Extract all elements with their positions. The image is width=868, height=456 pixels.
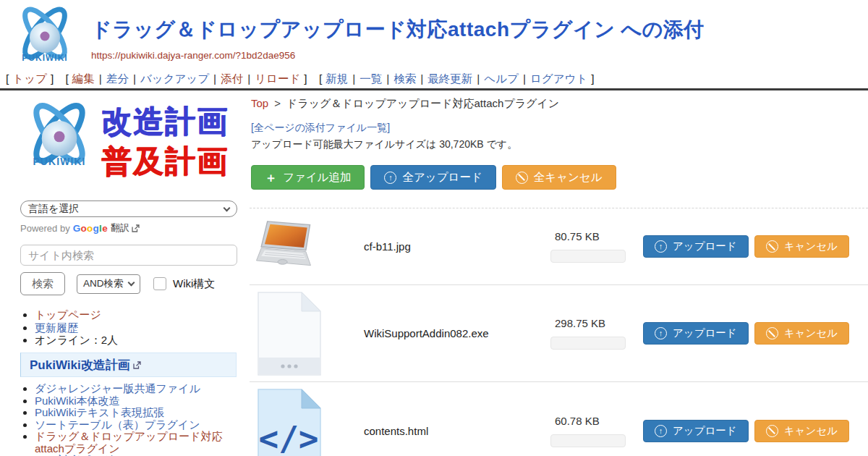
banner-line1: 改造計画 <box>101 101 229 141</box>
banner-slogan: 改造計画 普及計画 <box>101 101 229 181</box>
cancel-all-button[interactable]: 全キャンセル <box>502 165 616 190</box>
nav-attach[interactable]: 添付 <box>221 72 243 85</box>
upload-icon: ↑ <box>655 240 667 253</box>
search-mode-value: AND検索 <box>83 277 124 290</box>
pukiwiki-page: PUKIWIKI ドラッグ＆ドロップアップロード対応attachプラグイン への… <box>0 0 868 456</box>
list-item: オンライン：2人 <box>35 334 118 347</box>
cancel-button[interactable]: キャンセル <box>754 235 849 258</box>
page-url-link[interactable]: https://pukiwiki.dajya-ranger.com/?1bd2d… <box>91 50 705 61</box>
google-logo: Google <box>73 223 108 234</box>
add-file-button[interactable]: ＋ ファイル追加 <box>251 165 365 190</box>
sidebar-item-top-page[interactable]: トップページ <box>35 308 101 321</box>
upload-button[interactable]: ↑ アップロード <box>643 235 749 258</box>
cancel-label: キャンセル <box>784 240 838 253</box>
all-attachments-link[interactable]: [全ページの添付ファイル一覧] <box>251 122 390 135</box>
nav-recent[interactable]: 最終更新 <box>427 72 472 85</box>
cancel-button[interactable]: キャンセル <box>754 322 849 345</box>
table-row: WikiSupportAddin082.exe 298.75 KB ↑ アップロ… <box>250 285 868 382</box>
language-select[interactable]: 言語を選択 <box>20 200 237 217</box>
online-count: オンライン：2人 <box>35 334 118 346</box>
plus-icon: ＋ <box>265 172 277 184</box>
list-item: ダジャレンジャー版共通ファイル <box>35 383 240 395</box>
sidebar-item-common-files[interactable]: ダジャレンジャー版共通ファイル <box>35 382 200 394</box>
nav-top[interactable]: トップ <box>12 72 47 85</box>
upload-progress-bar <box>550 250 626 263</box>
external-link-icon <box>132 224 140 232</box>
row-actions: ↑ アップロード キャンセル <box>643 322 849 345</box>
header-text: ドラッグ＆ドロップアップロード対応attachプラグイン への添付 https:… <box>91 16 705 61</box>
file-name: WikiSupportAddin082.exe <box>364 327 545 339</box>
pukiwiki-banner-logo: PUKIWIKI <box>17 100 101 175</box>
file-thumbnail-cell <box>255 220 364 274</box>
sidebar-banner-link[interactable]: PUKIWIKI 改造計画 普及計画 <box>17 100 242 187</box>
bracket: [ <box>6 72 9 85</box>
banner-line2: 普及計画 <box>101 141 229 181</box>
nav-group-site: [新規|一覧|検索|最終更新|ヘルプ|ログアウト] <box>319 72 595 85</box>
nav-logout[interactable]: ログアウト <box>530 72 587 85</box>
upload-button[interactable]: ↑ アップロード <box>643 322 749 345</box>
nav-backup[interactable]: バックアップ <box>140 72 209 85</box>
logo-wordmark: PUKIWIKI <box>22 53 67 63</box>
breadcrumb-home[interactable]: Top <box>251 97 268 109</box>
cancel-label: キャンセル <box>784 326 838 340</box>
upload-file-list: cf-b11.jpg 80.75 KB ↑ アップロード キャンセル <box>250 208 868 456</box>
generic-file-icon <box>255 291 323 376</box>
cancel-icon <box>766 327 778 339</box>
search-controls: 検索 AND検索 Wiki構文 <box>20 272 215 295</box>
separator: | <box>247 72 250 85</box>
search-mode-select[interactable]: AND検索 <box>77 274 140 294</box>
upload-toolbar: ＋ ファイル追加 ↑ 全アップロード 全キャンセル <box>251 165 616 190</box>
section-heading-label: PukiWiki改造計画 <box>30 357 130 373</box>
upload-icon: ↑ <box>655 425 667 437</box>
upload-all-button[interactable]: ↑ 全アップロード <box>370 165 495 190</box>
max-upload-size-text: アップロード可能最大ファイルサイズは 30,720KB です。 <box>251 138 517 151</box>
wiki-syntax-checkbox[interactable] <box>153 277 166 290</box>
cancel-button[interactable]: キャンセル <box>754 420 849 442</box>
sidebar-links-list: ダジャレンジャー版共通ファイル PukiWiki本体改造 PukiWikiテキス… <box>23 383 240 456</box>
breadcrumb-separator: > <box>274 97 281 109</box>
nav-new[interactable]: 新規 <box>326 72 348 85</box>
nav-list[interactable]: 一覧 <box>359 72 382 85</box>
list-item: PukiWiki本体改造 <box>35 395 240 408</box>
nav-help[interactable]: ヘルプ <box>484 72 519 85</box>
nav-diff[interactable]: 差分 <box>106 72 129 85</box>
table-row: cf-b11.jpg 80.75 KB ↑ アップロード キャンセル <box>250 208 868 285</box>
translate-link[interactable]: 翻訳 <box>111 221 140 235</box>
nav-group-top: [トップ] <box>6 72 54 85</box>
list-item: ドラッグ＆ドロップアップロード対応attachプラグイン <box>35 431 240 455</box>
search-button[interactable]: 検索 <box>20 272 65 295</box>
file-name: cf-b11.jpg <box>364 240 545 253</box>
sidebar-item-dnd-attach[interactable]: ドラッグ＆ドロップアップロード対応attachプラグイン <box>35 430 223 455</box>
language-select-value: 言語を選択 <box>28 203 79 216</box>
file-name: contents.html <box>364 425 545 437</box>
nav-edit[interactable]: 編集 <box>72 72 95 85</box>
sidebar-item-recent-changes[interactable]: 更新履歴 <box>35 321 78 334</box>
chevron-down-icon <box>128 279 135 287</box>
upload-label: アップロード <box>673 424 737 438</box>
site-search-input[interactable] <box>20 245 237 266</box>
nav-reload[interactable]: リロード <box>255 72 300 85</box>
separator: | <box>213 72 216 85</box>
translate-label: 翻訳 <box>111 221 129 235</box>
bracket: [ <box>66 72 69 85</box>
html-file-icon: </> <box>255 388 323 456</box>
wiki-syntax-label: Wiki構文 <box>173 277 215 291</box>
main-content: Top>ドラッグ＆ドロップアップロード対応attachプラグイン [全ページの添… <box>250 90 868 456</box>
sidebar: PUKIWIKI 改造計画 普及計画 言語を選択 Powered by Goog… <box>0 90 250 456</box>
sidebar-item-sort-table[interactable]: ソートテーブル（表）プラグイン <box>35 418 200 431</box>
cancel-icon <box>766 425 778 437</box>
sidebar-item-text-extension[interactable]: PukiWikiテキスト表現拡張 <box>35 406 164 418</box>
nav-search[interactable]: 検索 <box>393 72 416 85</box>
chevron-down-icon <box>224 204 231 211</box>
cancel-icon <box>516 172 528 184</box>
top-nav: [トップ] [編集|差分|バックアップ|添付|リロード] [新規|一覧|検索|最… <box>6 72 603 87</box>
separator: | <box>477 72 480 85</box>
bracket: ] <box>51 72 54 85</box>
sidebar-item-core-mods[interactable]: PukiWiki本体改造 <box>35 394 120 407</box>
powered-by-label: Powered by <box>20 223 70 234</box>
quick-links-list: トップページ 更新履歴 オンライン：2人 <box>23 308 118 347</box>
section-heading-link[interactable]: PukiWiki改造計画 <box>30 357 141 373</box>
bracket: ] <box>304 72 307 85</box>
upload-button[interactable]: ↑ アップロード <box>643 420 749 442</box>
pukiwiki-logo[interactable]: PUKIWIKI <box>9 4 81 69</box>
